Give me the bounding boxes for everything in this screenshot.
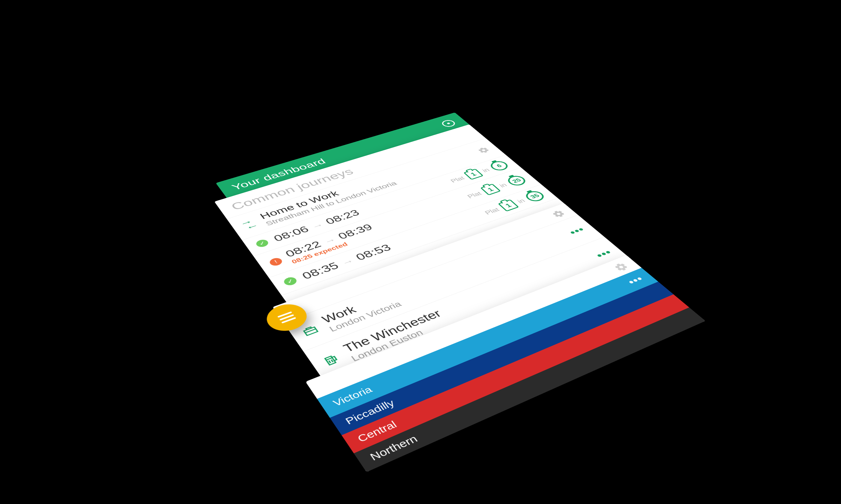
more-icon[interactable]: ••• — [593, 247, 615, 260]
platform-label: Plat — [465, 190, 483, 199]
platform-badge: 1 — [463, 168, 484, 180]
beer-icon — [321, 352, 342, 367]
timer-badge: 6 — [487, 159, 511, 172]
gear-icon[interactable] — [550, 209, 568, 219]
arrow-icon: → — [309, 221, 326, 231]
in-label: in — [515, 197, 527, 204]
timer-badge: 35 — [522, 189, 547, 203]
locate-icon[interactable] — [440, 119, 457, 128]
gear-icon[interactable] — [476, 146, 492, 154]
briefcase-icon — [300, 323, 321, 337]
swap-icon[interactable]: →← — [240, 218, 259, 231]
platform-label: Plat — [483, 206, 501, 216]
timer-badge: 25 — [505, 174, 528, 187]
arrow-icon: → — [339, 256, 356, 267]
platform-label: Plat — [449, 175, 466, 184]
platform-badge: 1 — [498, 199, 519, 212]
in-label: in — [498, 182, 508, 188]
more-icon[interactable]: ••• — [567, 225, 588, 237]
status-ok-icon: ✓ — [254, 238, 270, 248]
platform-badge: 1 — [480, 184, 501, 195]
in-label: in — [480, 167, 491, 173]
status-warn-icon: ! — [268, 256, 284, 267]
status-ok-icon: ✓ — [282, 276, 299, 286]
gear-icon[interactable] — [611, 261, 631, 272]
